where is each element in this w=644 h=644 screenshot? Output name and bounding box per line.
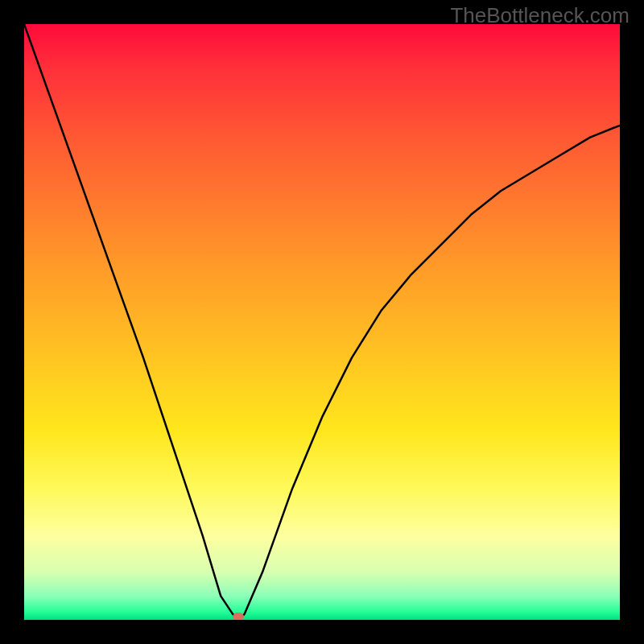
optimal-point-marker [233,613,244,620]
chart-plot-area [24,24,620,620]
bottleneck-curve-line [24,24,620,620]
chart-curve-svg [24,24,620,620]
watermark-text: TheBottleneck.com [450,3,630,28]
